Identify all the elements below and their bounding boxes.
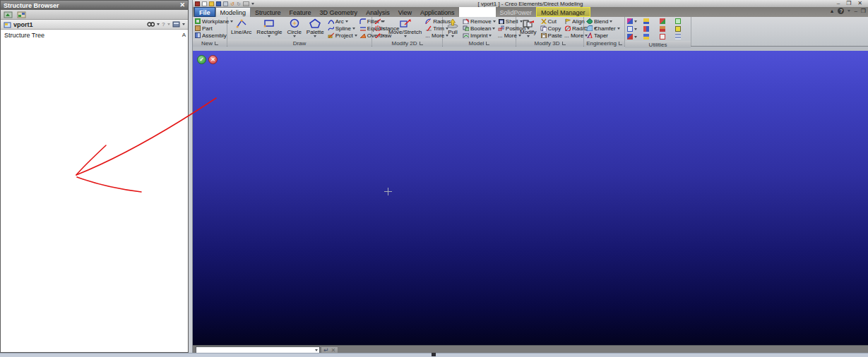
window-title: [ vport1 ] - Creo Elements/Direct Modeli… [478, 1, 583, 7]
child-minimize-icon[interactable]: – [854, 8, 857, 14]
dialog-launcher-icon[interactable] [215, 42, 218, 45]
dialog-launcher-icon[interactable] [486, 42, 489, 45]
imprint-button[interactable]: Imprint [463, 32, 496, 39]
redo-icon[interactable]: ↻ [237, 1, 241, 6]
group-label-modify-2d: Modify 2D [372, 40, 442, 47]
dialog-launcher-icon[interactable] [619, 42, 622, 45]
modify2d-arrow-button[interactable] [374, 32, 385, 39]
utilities-button-11[interactable] [660, 33, 673, 40]
browser-display-options-button[interactable] [16, 11, 27, 18]
utilities-button-2[interactable] [643, 18, 657, 25]
spline-button[interactable]: Spline [328, 25, 357, 32]
dialog-launcher-icon[interactable] [420, 42, 423, 45]
paste-button[interactable]: Paste [540, 32, 562, 39]
utilities-button-4[interactable] [675, 18, 689, 25]
screen: Structure Browser ✕ vport1 ? Str [0, 0, 868, 357]
line-arc-button[interactable]: Line/Arc [230, 18, 253, 39]
utilities-button-9[interactable] [627, 33, 641, 40]
filter-icon[interactable]: ? [162, 21, 165, 28]
chamfer-button[interactable]: Chamfer [586, 25, 622, 32]
structure-browser-titlebar[interactable]: Structure Browser ✕ [1, 1, 188, 10]
tab-solidpower[interactable]: SolidPower [496, 7, 537, 17]
tab-applications[interactable]: Applications [416, 7, 459, 17]
boolean-button[interactable]: Boolean [463, 25, 496, 32]
tab-analysis[interactable]: Analysis [362, 7, 394, 17]
taper-button[interactable]: Taper [586, 32, 622, 39]
ribbon-group-modify-2d: Move/Stretch Radius Trim ... [372, 17, 443, 46]
undo-icon[interactable]: ↺ [230, 1, 234, 6]
utilities-button-10[interactable] [643, 33, 657, 40]
ribbon-group-utilities: Utilities [625, 17, 691, 46]
utilities-button-8[interactable] [675, 25, 689, 32]
print-preview-icon[interactable] [223, 1, 228, 6]
customize-dropdown-caret-icon[interactable] [251, 3, 254, 5]
window-select-icon[interactable] [172, 21, 180, 28]
red-arrow-icon [374, 32, 381, 38]
help-dropdown-caret-icon[interactable] [848, 10, 850, 12]
project-button[interactable]: Project [328, 32, 357, 39]
cancel-button[interactable]: ✕ [208, 55, 218, 64]
tab-file[interactable]: File [194, 7, 215, 17]
utilities-button-3[interactable] [660, 18, 673, 25]
utility-icon-3 [660, 18, 665, 24]
filter-dropdown-caret-icon[interactable] [167, 23, 170, 25]
viewport-3d[interactable]: ✓ ✕ [193, 51, 868, 345]
structure-browser-title: Structure Browser [4, 2, 59, 9]
utility-icon-9 [627, 34, 633, 40]
browser-tree-view-button[interactable] [3, 11, 13, 18]
find-icon[interactable] [147, 21, 155, 28]
child-restore-icon[interactable]: ❒ [861, 8, 866, 14]
utilities-caret-icon [634, 36, 637, 38]
command-history-caret-icon[interactable] [315, 349, 318, 351]
close-button[interactable]: ✕ [857, 1, 862, 6]
structure-tree-area[interactable]: Structure Tree A [1, 30, 188, 41]
app-logo-icon[interactable] [195, 1, 200, 6]
window-select-dropdown-caret-icon[interactable] [182, 23, 185, 25]
minimize-button[interactable]: – [837, 1, 840, 6]
tab-view[interactable]: View [394, 7, 416, 17]
save-icon[interactable] [216, 1, 221, 6]
tab-feature[interactable]: Feature [285, 7, 316, 17]
customize-quick-access-icon[interactable] [243, 1, 249, 6]
open-folder-icon[interactable] [209, 1, 214, 6]
rectangle-button[interactable]: Rectangle [255, 18, 283, 39]
arc-button[interactable]: Arc [328, 18, 357, 25]
confirm-button[interactable]: ✓ [197, 55, 206, 64]
palette-button[interactable]: Palette [305, 18, 326, 39]
remove-button[interactable]: Remove [463, 18, 496, 25]
tab-modeling[interactable]: Modeling [215, 7, 251, 17]
utilities-button-5[interactable] [627, 25, 641, 32]
ribbon-window-tools: ▲ ? – ❒ [829, 8, 866, 14]
move-stretch-button[interactable]: Move/Stretch [387, 18, 423, 39]
spline-caret-icon [352, 28, 355, 30]
tab-structure[interactable]: Structure [251, 7, 285, 17]
cut-button[interactable]: Cut [540, 18, 562, 25]
utilities-button-12[interactable] [675, 33, 689, 40]
structure-browser-item-row[interactable]: vport1 ? [1, 20, 188, 30]
help-icon[interactable]: ? [838, 8, 844, 14]
close-icon[interactable]: ✕ [179, 2, 185, 8]
blend-button[interactable]: Blend [586, 18, 622, 25]
copy-button[interactable]: Copy [540, 25, 562, 32]
dialog-launcher-icon[interactable] [562, 42, 566, 45]
ribbon-group-draw: Line/Arc Rectangle Circle Palette [227, 17, 372, 46]
ribbon-collapse-icon[interactable]: ▲ [829, 8, 834, 13]
utilities-button-1[interactable] [627, 18, 641, 25]
circle-button[interactable]: Circle [285, 18, 302, 39]
utilities-button-6[interactable] [643, 25, 657, 32]
pull-button[interactable]: Pull [445, 18, 460, 39]
modify-icon [522, 18, 535, 28]
modify2d-circle-button[interactable] [374, 25, 385, 32]
utilities-grid [627, 18, 689, 40]
maximize-button[interactable]: ❒ [846, 1, 851, 6]
window-titlebar[interactable]: ↺ ↻ [ vport1 ] - Creo Elements/Direct Mo… [193, 0, 868, 7]
red-arrow-caret-icon [382, 35, 385, 37]
tab-3d-geometry[interactable]: 3D Geometry [316, 7, 362, 17]
new-file-icon[interactable] [202, 1, 207, 6]
find-dropdown-caret-icon[interactable] [157, 23, 160, 25]
cursor-artifact [432, 353, 436, 356]
utilities-button-7[interactable] [660, 25, 673, 32]
tab-model-manager[interactable]: Model Manager [536, 7, 590, 17]
modify-button[interactable]: Modify [518, 18, 538, 39]
modify2d-line-button[interactable] [374, 18, 385, 25]
